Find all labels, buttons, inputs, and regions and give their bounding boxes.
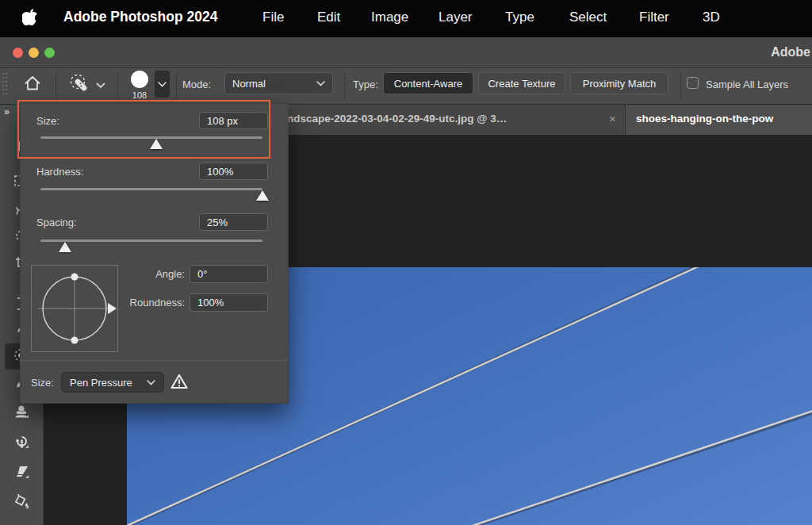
hardness-value: 100% — [207, 166, 233, 178]
clone-stamp-tool-icon[interactable] — [13, 402, 30, 420]
eraser-tool-icon[interactable] — [13, 462, 30, 480]
menu-file[interactable]: File — [262, 10, 284, 25]
sample-all-layers-checkbox[interactable] — [687, 77, 699, 89]
separator — [176, 72, 177, 99]
tab-label: shoes-hanging-on-the-pow — [636, 113, 773, 125]
hardness-label: Hardness: — [36, 166, 83, 178]
tab-label: ndscape-2022-03-04-02-29-49-utc.jpg @ 3… — [287, 113, 507, 125]
menu-layer[interactable]: Layer — [439, 10, 473, 25]
menu-3d[interactable]: 3D — [703, 10, 720, 25]
proximity-match-button[interactable]: Proximity Match — [570, 72, 668, 94]
close-window-button[interactable] — [13, 48, 23, 58]
spot-healing-brush-preset-icon[interactable] — [70, 74, 90, 98]
annotation-highlight-rect — [17, 100, 270, 159]
collapse-toolbar-icon[interactable]: » — [4, 105, 10, 117]
mode-dropdown[interactable]: Normal — [224, 72, 333, 94]
separator — [344, 72, 345, 99]
hardness-input[interactable]: 100% — [199, 163, 268, 180]
spacing-label: Spacing: — [36, 217, 77, 228]
roundness-input[interactable]: 100% — [190, 293, 268, 312]
mode-value: Normal — [232, 78, 266, 90]
brush-picker-dropdown-button[interactable] — [155, 71, 170, 98]
button-label: Content-Aware — [394, 78, 462, 90]
apple-icon[interactable] — [22, 8, 40, 32]
spacing-value: 25% — [207, 217, 228, 228]
window-title-bar[interactable]: Adobe — [0, 37, 812, 68]
mode-label: Mode: — [182, 79, 211, 90]
separator — [56, 72, 56, 99]
options-bar-grip[interactable] — [2, 73, 7, 97]
angle-input[interactable]: 0° — [190, 265, 268, 283]
close-icon[interactable]: × — [609, 112, 616, 125]
history-brush-tool-icon[interactable] — [13, 432, 30, 450]
tab-shoes-document-active[interactable]: shoes-hanging-on-the-pow — [626, 104, 812, 135]
content-aware-button[interactable]: Content-Aware — [383, 72, 473, 94]
macos-menu-bar: Adobe Photoshop 2024 File Edit Image Lay… — [0, 0, 812, 37]
warning-icon — [170, 374, 188, 393]
window-title: Adobe — [771, 45, 810, 59]
spacing-slider-thumb[interactable] — [59, 242, 71, 252]
pen-pressure-value: Pen Pressure — [70, 377, 132, 389]
button-label: Create Texture — [488, 78, 555, 90]
menu-select[interactable]: Select — [569, 10, 607, 25]
roundness-label: Roundness: — [100, 297, 185, 308]
pen-pressure-dropdown[interactable]: Pen Pressure — [61, 372, 164, 393]
divider — [21, 360, 288, 361]
create-texture-button[interactable]: Create Texture — [478, 72, 565, 94]
home-icon[interactable] — [24, 75, 41, 95]
hardness-slider[interactable] — [40, 188, 262, 190]
angle-label: Angle: — [100, 268, 185, 280]
hardness-slider-thumb[interactable] — [256, 190, 269, 201]
type-label: Type: — [353, 79, 378, 90]
chevron-down-icon — [316, 81, 325, 86]
minimize-window-button[interactable] — [29, 48, 39, 58]
tool-options-bar: 108 Mode: Normal Type: Content-Aware Cre… — [0, 67, 812, 105]
roundness-value: 100% — [197, 297, 224, 308]
menu-edit[interactable]: Edit — [317, 10, 340, 25]
menu-filter[interactable]: Filter — [639, 10, 669, 25]
chevron-down-icon[interactable] — [96, 78, 105, 92]
paint-bucket-tool-icon[interactable] — [13, 492, 30, 510]
zoom-window-button[interactable] — [44, 48, 55, 58]
sample-all-layers-label: Sample All Layers — [706, 79, 788, 90]
spacing-slider[interactable] — [40, 240, 262, 242]
menu-type[interactable]: Type — [505, 10, 534, 25]
menu-image[interactable]: Image — [371, 10, 408, 25]
angle-value: 0° — [197, 268, 207, 280]
chevron-down-icon — [147, 380, 155, 385]
brush-size-value: 108 — [132, 90, 147, 100]
pen-size-label: Size: — [31, 377, 54, 389]
brush-preview-button[interactable]: 108 — [130, 70, 149, 92]
button-label: Proximity Match — [583, 78, 656, 90]
separator — [117, 72, 118, 99]
spacing-input[interactable]: 25% — [199, 213, 268, 231]
separator — [680, 72, 681, 99]
app-name: Adobe Photoshop 2024 — [63, 9, 217, 25]
